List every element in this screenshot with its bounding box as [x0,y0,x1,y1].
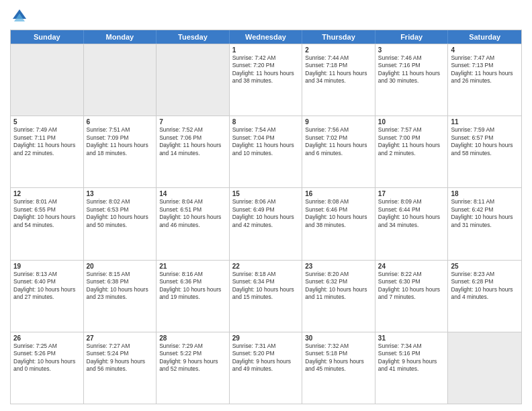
logo [10,7,32,26]
cell-info: Sunset: 6:34 PM [232,278,300,285]
cell-info: and 31 minutes. [451,222,519,229]
calendar-row-1: 5Sunrise: 7:49 AMSunset: 7:11 PMDaylight… [11,116,521,187]
cell-info: Sunset: 6:30 PM [378,278,445,285]
day-number: 3 [378,46,445,54]
cell-info: Sunset: 7:13 PM [451,62,519,69]
day-number: 16 [305,190,372,197]
cell-info: Daylight: 11 hours hours [451,70,519,77]
cell-info: and 10 minutes. [232,150,300,157]
calendar-cell: 7Sunrise: 7:52 AMSunset: 7:06 PMDaylight… [157,116,230,187]
day-header-thursday: Thursday [302,30,375,44]
cell-info: and 27 minutes. [13,293,81,301]
cell-info: Daylight: 11 hours hours [305,142,372,149]
cell-info: Daylight: 10 hours hours [305,286,372,293]
day-number: 25 [451,263,519,270]
calendar-cell: 1Sunrise: 7:42 AMSunset: 7:20 PMDaylight… [230,44,303,116]
cell-info: and 38 minutes. [232,77,300,85]
day-number: 2 [305,46,372,54]
cell-info: Sunrise: 8:02 AM [87,198,154,205]
calendar-cell: 25Sunrise: 8:23 AMSunset: 6:28 PMDayligh… [448,261,521,332]
calendar-cell: 12Sunrise: 8:01 AMSunset: 6:55 PMDayligh… [11,188,84,259]
cell-info: Sunrise: 8:15 AM [87,271,154,278]
cell-info: and 4 minutes. [451,293,519,301]
calendar-header: SundayMondayTuesdayWednesdayThursdayFrid… [11,30,521,44]
cell-info: Daylight: 10 hours hours [451,214,519,221]
cell-info: and 22 minutes. [13,150,81,157]
day-number: 4 [451,46,519,54]
calendar-cell: 22Sunrise: 8:18 AMSunset: 6:34 PMDayligh… [230,261,303,332]
cell-info: Sunset: 6:49 PM [232,206,300,214]
cell-info: Sunset: 6:53 PM [87,206,154,214]
cell-info: and 26 minutes. [451,77,519,85]
calendar-cell: 23Sunrise: 8:20 AMSunset: 6:32 PMDayligh… [302,261,375,332]
cell-info: Sunrise: 8:04 AM [159,198,226,205]
calendar-cell: 5Sunrise: 7:49 AMSunset: 7:11 PMDaylight… [11,116,84,187]
day-number: 26 [13,334,81,342]
cell-info: Sunset: 5:26 PM [13,350,81,357]
cell-info: Sunset: 5:18 PM [305,350,372,357]
cell-info: Sunset: 6:51 PM [159,206,226,214]
calendar-cell: 26Sunrise: 7:25 AMSunset: 5:26 PMDayligh… [11,332,84,404]
cell-info: Sunset: 7:16 PM [378,62,445,69]
cell-info: Daylight: 9 hours hours [159,358,226,365]
cell-info: Daylight: 10 hours hours [13,358,81,365]
cell-info: and 50 minutes. [87,222,154,229]
cell-info: Daylight: 11 hours hours [159,142,226,149]
cell-info: and 42 minutes. [232,222,300,229]
day-number: 21 [159,263,226,270]
day-number: 23 [305,263,372,270]
cell-info: and 6 minutes. [305,150,372,157]
cell-info: Sunrise: 7:57 AM [378,126,445,134]
day-number: 8 [232,118,300,126]
cell-info: Sunrise: 7:49 AM [13,126,81,134]
calendar-cell: 21Sunrise: 8:16 AMSunset: 6:36 PMDayligh… [157,261,230,332]
cell-info: Sunset: 6:40 PM [13,278,81,285]
cell-info: Daylight: 10 hours hours [378,214,445,221]
cell-info: Daylight: 10 hours hours [159,286,226,293]
calendar-cell: 16Sunrise: 8:08 AMSunset: 6:46 PMDayligh… [302,188,375,259]
cell-info: Sunrise: 7:56 AM [305,126,372,134]
cell-info: Sunset: 7:04 PM [232,134,300,142]
cell-info: Sunset: 7:09 PM [87,134,154,142]
calendar-body: 1Sunrise: 7:42 AMSunset: 7:20 PMDaylight… [11,44,521,404]
cell-info: Daylight: 11 hours hours [378,142,445,149]
cell-info: Sunrise: 8:08 AM [305,198,372,205]
cell-info: Sunset: 5:20 PM [232,350,300,357]
day-number: 31 [378,334,445,342]
cell-info: and 2 minutes. [378,150,445,157]
cell-info: Sunrise: 7:59 AM [451,126,519,134]
cell-info: Sunrise: 7:32 AM [305,342,372,350]
day-number: 10 [378,118,445,126]
cell-info: and 41 minutes. [378,365,445,373]
cell-info: and 38 minutes. [305,222,372,229]
cell-info: Daylight: 10 hours hours [13,286,81,293]
calendar-cell: 14Sunrise: 8:04 AMSunset: 6:51 PMDayligh… [157,188,230,259]
cell-info: Sunrise: 7:27 AM [87,342,154,350]
calendar-cell: 31Sunrise: 7:34 AMSunset: 5:16 PMDayligh… [375,332,449,404]
cell-info: Sunrise: 8:20 AM [305,271,372,278]
cell-info: Sunset: 6:36 PM [159,278,226,285]
cell-info: Sunset: 6:28 PM [451,278,519,285]
cell-info: and 34 minutes. [378,222,445,229]
page-header [10,7,522,26]
day-number: 5 [13,118,81,126]
cell-info: Daylight: 10 hours hours [378,286,445,293]
cell-info: and 19 minutes. [159,293,226,301]
day-number: 19 [13,263,81,270]
day-number: 15 [232,190,300,197]
cell-info: Sunset: 6:55 PM [13,206,81,214]
cell-info: Daylight: 10 hours hours [232,214,300,221]
cell-info: Sunrise: 8:18 AM [232,271,300,278]
cell-info: and 58 minutes. [451,150,519,157]
cell-info: Daylight: 9 hours hours [232,358,300,365]
cell-info: Sunrise: 7:29 AM [159,342,226,350]
day-header-friday: Friday [375,30,449,44]
cell-info: and 0 minutes. [13,365,81,373]
cell-info: Sunset: 7:11 PM [13,134,81,142]
cell-info: and 23 minutes. [87,293,154,301]
cell-info: Daylight: 10 hours hours [87,286,154,293]
cell-info: Sunrise: 8:22 AM [378,271,445,278]
cell-info: Sunrise: 7:54 AM [232,126,300,134]
cell-info: and 54 minutes. [13,222,81,229]
day-number: 7 [159,118,226,126]
